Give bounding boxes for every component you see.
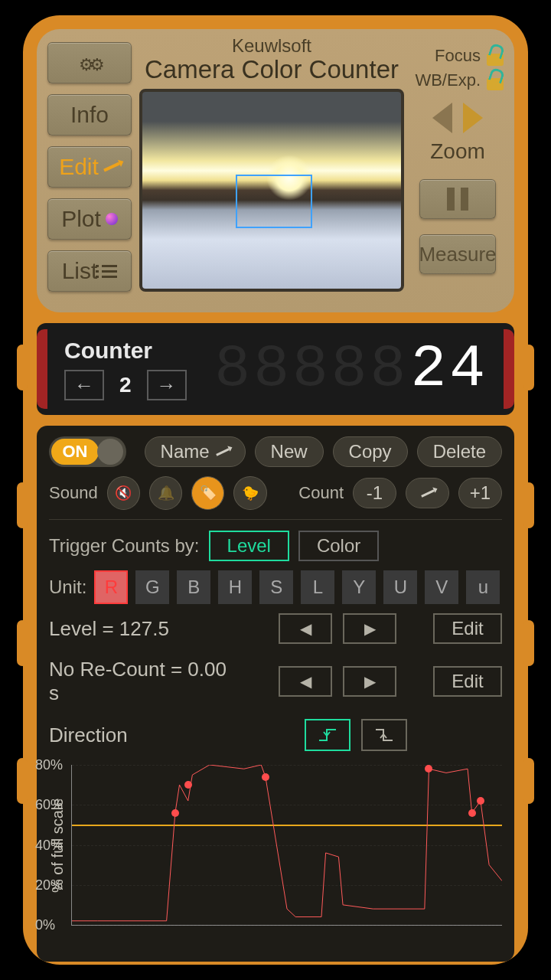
power-toggle[interactable]: ON	[49, 436, 126, 467]
zoom-label: Zoom	[430, 139, 485, 164]
trigger-marker	[184, 781, 192, 789]
unit-g-button[interactable]: G	[135, 570, 169, 604]
counter-next-button[interactable]: →	[147, 370, 187, 400]
counter-prev-button[interactable]: ←	[64, 370, 104, 400]
bird-icon: 🐤	[242, 485, 259, 501]
unit-label: Unit:	[49, 577, 86, 598]
info-button[interactable]: Info	[47, 94, 132, 136]
pencil-icon	[216, 448, 230, 456]
list-button[interactable]: List	[47, 250, 132, 292]
camera-viewer[interactable]	[139, 89, 404, 292]
zoom-in-button[interactable]	[463, 103, 483, 133]
ytick-label: 0%	[35, 917, 55, 933]
count-plus-button[interactable]: +1	[458, 478, 502, 508]
focus-label: Focus	[435, 46, 481, 66]
segment-ghost: 88888	[214, 335, 409, 403]
direction-rising-button[interactable]	[305, 719, 350, 751]
trigger-marker	[477, 797, 484, 805]
pause-button[interactable]	[419, 179, 496, 219]
pencil-icon	[103, 162, 120, 172]
trigger-marker	[425, 765, 432, 773]
right-column: Focus WB/Exp. Zoom Measure	[412, 38, 504, 302]
sound-label: Sound	[49, 483, 98, 503]
signal-chart: % of full scale 0%20%40%60%80%	[49, 765, 502, 926]
unit-u-button[interactable]: U	[383, 570, 417, 604]
recount-text: No Re-Count = 0.00 s	[49, 658, 233, 705]
list-icon	[102, 265, 117, 278]
toggle-on-label: ON	[51, 439, 99, 465]
list-label: List	[62, 258, 98, 284]
sound-bird-button[interactable]: 🐤	[233, 476, 266, 510]
edit-button[interactable]: Edit	[47, 146, 132, 188]
edit-label: Edit	[59, 154, 99, 180]
plot-button[interactable]: Plot	[47, 198, 132, 240]
recount-decrease-button[interactable]: ◀	[279, 666, 332, 697]
new-button[interactable]: New	[255, 436, 324, 467]
measure-button[interactable]: Measure	[419, 234, 496, 274]
pause-icon	[447, 188, 468, 211]
unit-l-button[interactable]: L	[301, 570, 334, 604]
sound-mute-button[interactable]: 🔇	[107, 476, 140, 510]
nav-column: Info Edit Plot List	[47, 38, 132, 302]
settings-panel: ON Name New Copy Delete Sound 🔇 🔔 🏷️ 🐤 C…	[37, 426, 514, 962]
ytick-label: 80%	[35, 757, 63, 773]
unit-b-button[interactable]: B	[177, 570, 210, 604]
level-edit-button[interactable]: Edit	[433, 613, 502, 644]
padlock-icon	[487, 46, 504, 66]
center-column: Keuwlsoft Camera Color Counter	[139, 38, 404, 302]
trigger-marker	[468, 809, 476, 817]
name-label: Name	[161, 441, 210, 462]
brand-label: Keuwlsoft	[139, 35, 404, 57]
ytick-label: 40%	[35, 837, 63, 853]
unit-s-button[interactable]: S	[259, 570, 293, 604]
wbexp-lock[interactable]: WB/Exp.	[412, 70, 504, 90]
top-panel: Info Edit Plot List Keuwlsoft Camera Col…	[37, 29, 514, 312]
ytick-label: 60%	[35, 797, 63, 813]
sound-buzzer-button[interactable]: 🏷️	[191, 476, 224, 510]
zoom-out-button[interactable]	[432, 103, 452, 133]
recount-edit-button[interactable]: Edit	[433, 666, 502, 697]
count-label: Count	[298, 483, 344, 503]
counter-title: Counter	[64, 338, 187, 364]
counter-display: Counter ← 2 → 88888 24	[37, 323, 514, 415]
zoom-controls	[432, 103, 483, 133]
unit-v-button[interactable]: V	[425, 570, 458, 604]
device-frame: Info Edit Plot List Keuwlsoft Camera Col…	[23, 15, 528, 965]
falling-edge-icon	[374, 727, 394, 743]
unit-y-button[interactable]: Y	[342, 570, 376, 604]
name-button[interactable]: Name	[145, 436, 246, 467]
delete-button[interactable]: Delete	[417, 436, 502, 467]
toggle-knob	[97, 439, 123, 465]
buzzer-icon: 🏷️	[200, 485, 217, 501]
trigger-label: Trigger Counts by:	[49, 535, 200, 557]
app-title: Camera Color Counter	[139, 55, 404, 84]
plot-label: Plot	[61, 206, 101, 232]
counter-index: 2	[119, 373, 132, 397]
count-minus-button[interactable]: -1	[353, 478, 396, 508]
settings-button[interactable]	[47, 42, 132, 83]
direction-falling-button[interactable]	[361, 719, 407, 751]
level-text: Level = 127.5	[49, 617, 233, 641]
sound-bell-button[interactable]: 🔔	[149, 476, 182, 510]
focus-lock[interactable]: Focus	[412, 46, 504, 66]
level-increase-button[interactable]: ▶	[343, 613, 396, 644]
copy-button[interactable]: Copy	[333, 436, 408, 467]
direction-label: Direction	[49, 724, 233, 747]
recount-increase-button[interactable]: ▶	[343, 666, 396, 697]
unit-u-button[interactable]: u	[466, 570, 500, 604]
trigger-marker	[262, 773, 269, 781]
wbexp-label: WB/Exp.	[415, 70, 481, 90]
plot-icon	[106, 213, 118, 225]
unit-h-button[interactable]: H	[218, 570, 252, 604]
gears-icon	[79, 50, 100, 76]
count-reset-button[interactable]	[406, 478, 449, 508]
counter-value: 24	[410, 335, 488, 403]
pencil-icon	[421, 489, 435, 497]
trigger-color-button[interactable]: Color	[298, 531, 379, 561]
unit-r-button[interactable]: R	[94, 570, 128, 604]
ytick-label: 20%	[35, 877, 63, 893]
bell-icon: 🔔	[158, 485, 174, 501]
level-decrease-button[interactable]: ◀	[279, 613, 332, 644]
roi-rectangle[interactable]	[236, 175, 312, 228]
trigger-level-button[interactable]: Level	[209, 531, 289, 561]
